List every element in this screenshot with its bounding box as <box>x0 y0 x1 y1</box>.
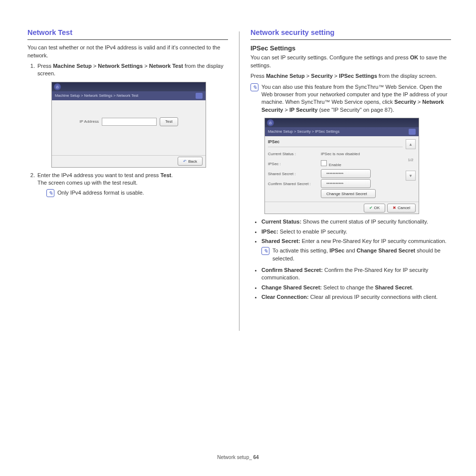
step-1: Press Machine Setup > Network Settings >… <box>36 62 228 168</box>
shared-secret-input[interactable]: *********** <box>321 169 371 178</box>
note-text: Only IPv4 address format is usable. <box>57 189 228 197</box>
scroll-up-icon[interactable]: ▲ <box>406 139 416 149</box>
breadcrumb: Machine Setup > Network Settings > Netwo… <box>55 93 138 99</box>
heading-network-test: Network Test <box>27 27 228 37</box>
home-icon[interactable]: ⌂ <box>54 83 61 90</box>
page-footer: Network setup_ 64 <box>0 454 476 461</box>
change-secret-button[interactable]: Change Shared Secret <box>321 189 376 198</box>
check-icon: ✔ <box>369 206 373 210</box>
ok-button[interactable]: ✔OK <box>364 204 386 213</box>
screenshot-network-test: ⌂ Machine Setup > Network Settings > Net… <box>51 82 206 168</box>
page-indicator: 1/2 <box>408 157 413 163</box>
bullet-ipsec: IPSec: Select to enable IP security. <box>261 228 451 236</box>
enable-label: Enable <box>329 163 341 167</box>
close-icon: ✖ <box>393 206 396 210</box>
help-icon[interactable] <box>196 93 203 99</box>
bullet-confirm-secret: Confirm Shared Secret: Confirm the Pre-S… <box>261 266 451 282</box>
note-icon: ✎ <box>46 189 54 197</box>
current-status-label: Current Status : <box>268 151 318 157</box>
step-2: Enter the IPv4 address you want to test … <box>36 172 228 197</box>
breadcrumb: Machine Setup > Security > IPSec Setting… <box>268 129 339 135</box>
confirm-secret-label: Confirm Shared Secret : <box>268 181 318 187</box>
ipsec-path: Press Machine Setup > Security > IPSec S… <box>250 72 451 80</box>
ipsec-label: IPSec : <box>268 161 318 167</box>
subheading-ipsec: IPSec Settings <box>250 44 451 53</box>
back-arrow-icon: ↶ <box>183 159 187 164</box>
home-icon[interactable]: ⌂ <box>267 119 274 126</box>
heading-network-security: Network security setting <box>250 27 451 37</box>
confirm-secret-input[interactable]: *********** <box>321 179 371 188</box>
scroll-down-icon[interactable]: ▼ <box>406 171 416 181</box>
enable-checkbox[interactable] <box>321 160 327 166</box>
intro-text: You can test whether or not the IPv4 add… <box>27 44 228 59</box>
test-button[interactable]: Test <box>160 117 178 126</box>
bullet-change-secret: Change Shared Secret: Select to change t… <box>261 284 451 291</box>
note-web-service: You can also use this feature from the S… <box>261 83 451 114</box>
bullet-clear-connection: Clear Connection: Clear all previous IP … <box>261 293 451 301</box>
bullet-current-status: Current Status: Shows the current status… <box>261 218 451 226</box>
note-icon: ✎ <box>250 83 258 91</box>
back-button[interactable]: ↶ Back <box>178 157 203 166</box>
shared-secret-label: Shared Secret : <box>268 171 318 177</box>
note-icon: ✎ <box>261 247 269 255</box>
bullet-shared-secret: Shared Secret: Enter a new Pre-Shared Ke… <box>261 238 451 262</box>
screenshot-ipsec: ⌂ Machine Setup > Security > IPSec Setti… <box>264 118 419 214</box>
ipsec-intro: You can set IP security settings. Config… <box>250 54 451 69</box>
current-status-value: IPSec is now disabled <box>321 151 403 157</box>
ip-address-input[interactable] <box>102 118 157 126</box>
group-ipsec: IPSec <box>268 139 403 147</box>
ip-address-label: IP Address <box>79 119 99 124</box>
note-activate: To activate this setting, IPSec and Chan… <box>272 247 451 262</box>
cancel-button[interactable]: ✖Cancel <box>387 204 416 213</box>
help-icon[interactable] <box>409 129 416 135</box>
